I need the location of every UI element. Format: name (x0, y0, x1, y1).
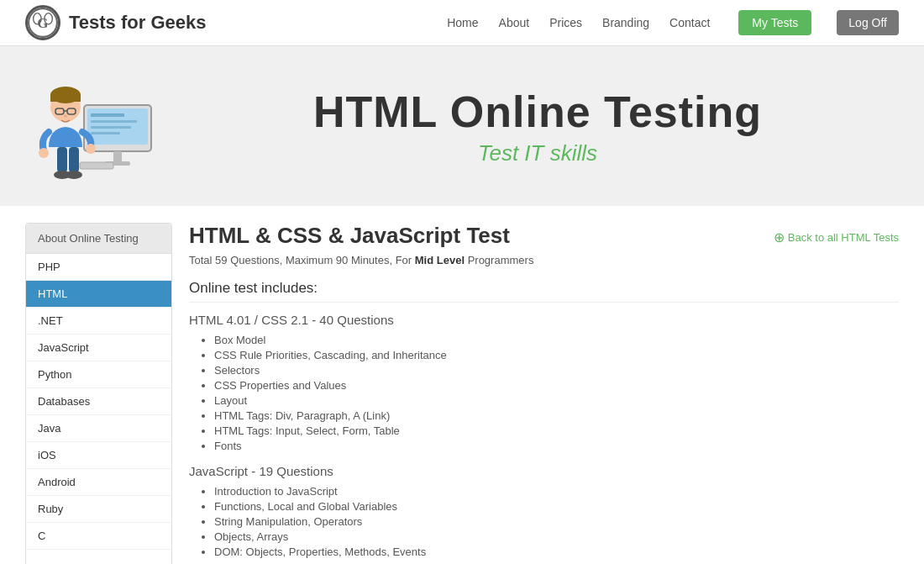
list-item: Objects, Arrays (214, 530, 899, 543)
svg-rect-22 (57, 147, 67, 172)
list-item: HTML Tags: Div, Paragraph, A (Link) (214, 409, 899, 422)
list-item: Functions, Local and Global Variables (214, 500, 899, 513)
main-content: HTML & CSS & JavaScript Test ⊕ Back to a… (189, 223, 899, 564)
js-topics-list: Introduction to JavaScript Functions, Lo… (189, 485, 899, 558)
js-subsection-name: JavaScript (189, 464, 248, 478)
section-title: Online test includes: (189, 280, 899, 303)
js-subsection-title: JavaScript - 19 Questions (189, 464, 899, 478)
test-meta-level: Mid Level (415, 254, 465, 266)
back-link-icon: ⊕ (774, 229, 785, 245)
content-wrapper: About Online Testing PHP HTML .NET JavaS… (0, 206, 924, 564)
svg-rect-23 (69, 147, 79, 172)
svg-point-18 (64, 115, 67, 118)
sidebar-item-ruby[interactable]: Ruby (26, 496, 171, 523)
nav-branding[interactable]: Branding (602, 16, 649, 29)
test-meta: Total 59 Questions, Maximum 90 Minutes, … (189, 254, 899, 266)
sidebar-item-net[interactable]: .NET (26, 308, 171, 335)
sidebar-item-c[interactable]: C (26, 523, 171, 550)
hero-subtitle: Test IT skills (185, 140, 890, 166)
test-meta-total: Total 59 Questions, Maximum 90 Minutes, … (189, 254, 415, 266)
list-item: CSS Rule Priorities, Cascading, and Inhe… (214, 349, 899, 361)
list-item: Layout (214, 394, 899, 407)
test-meta-suffix: Programmers (465, 254, 533, 266)
hero-illustration (34, 63, 168, 189)
svg-rect-8 (91, 126, 131, 129)
list-item: DOM: Objects, Properties, Methods, Event… (214, 546, 899, 558)
sidebar-item-android[interactable]: Android (26, 469, 171, 496)
nav-home[interactable]: Home (447, 16, 478, 29)
my-tests-button[interactable]: My Tests (738, 10, 811, 35)
sidebar-item-javascript[interactable]: JavaScript (26, 335, 171, 361)
sidebar-item-php[interactable]: PHP (26, 254, 171, 281)
list-item: Fonts (214, 440, 899, 452)
list-item: Box Model (214, 334, 899, 346)
sidebar-item-databases[interactable]: Databases (26, 388, 171, 415)
js-count: 19 Questions (259, 464, 333, 478)
sidebar: About Online Testing PHP HTML .NET JavaS… (25, 223, 172, 564)
svg-point-25 (66, 171, 82, 179)
hero-section: HTML Online Testing Test IT skills (0, 46, 924, 206)
html-topics-list: Box Model CSS Rule Priorities, Cascading… (189, 334, 899, 452)
svg-point-20 (86, 144, 96, 154)
nav-contact[interactable]: Contact (669, 16, 710, 29)
svg-rect-14 (50, 95, 81, 102)
html-subsection-name: HTML 4.01 / CSS 2.1 (189, 313, 308, 327)
nav-links: Home About Prices Branding Contact My Te… (447, 10, 899, 35)
sidebar-item-ios[interactable]: iOS (26, 442, 171, 469)
back-link-text: Back to all HTML Tests (788, 231, 899, 244)
brand-logo[interactable]: G Tests for Geeks (25, 5, 206, 40)
hero-text: HTML Online Testing Test IT skills (185, 87, 890, 166)
svg-rect-10 (113, 151, 122, 161)
list-item: Introduction to JavaScript (214, 485, 899, 498)
svg-rect-6 (91, 113, 124, 117)
html-count: 40 Questions (319, 313, 393, 327)
nav-about[interactable]: About (499, 16, 530, 29)
svg-rect-21 (80, 162, 113, 169)
nav-prices[interactable]: Prices (549, 16, 582, 29)
hero-title: HTML Online Testing (185, 87, 890, 137)
svg-rect-9 (91, 132, 120, 134)
sidebar-item-html[interactable]: HTML (26, 281, 171, 308)
list-item: Selectors (214, 364, 899, 377)
log-off-button[interactable]: Log Off (837, 10, 899, 35)
list-item: HTML Tags: Input, Select, Form, Table (214, 424, 899, 437)
sidebar-item-java[interactable]: Java (26, 415, 171, 442)
test-title-row: HTML & CSS & JavaScript Test ⊕ Back to a… (189, 223, 899, 249)
svg-point-19 (39, 148, 49, 158)
list-item: CSS Properties and Values (214, 379, 899, 392)
navbar: G Tests for Geeks Home About Prices Bran… (0, 0, 924, 46)
sidebar-item-python[interactable]: Python (26, 361, 171, 388)
brand-name: Tests for Geeks (69, 12, 206, 34)
list-item: String Manipulation, Operators (214, 515, 899, 528)
svg-rect-7 (91, 120, 137, 123)
js-separator: - (248, 464, 259, 478)
logo-icon: G (25, 5, 60, 40)
html-subsection-title: HTML 4.01 / CSS 2.1 - 40 Questions (189, 313, 899, 327)
test-title: HTML & CSS & JavaScript Test (189, 223, 510, 249)
sidebar-header: About Online Testing (26, 224, 171, 254)
svg-text:G: G (37, 15, 48, 31)
html-separator: - (308, 313, 319, 327)
back-link[interactable]: ⊕ Back to all HTML Tests (774, 229, 899, 245)
